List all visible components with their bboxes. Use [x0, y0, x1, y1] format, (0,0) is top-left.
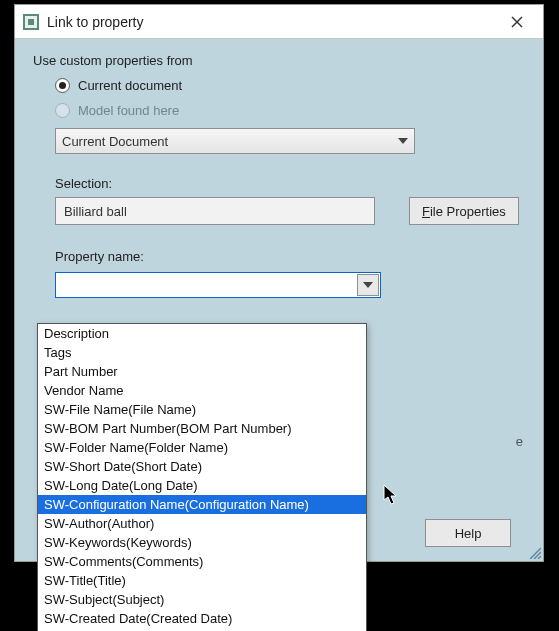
- dropdown-item[interactable]: Tags: [38, 343, 366, 362]
- selection-input[interactable]: Billiard ball: [55, 197, 375, 225]
- document-combo-value: Current Document: [62, 134, 168, 149]
- use-custom-label: Use custom properties from: [33, 53, 521, 68]
- dropdown-item[interactable]: SW-Subject(Subject): [38, 590, 366, 609]
- dropdown-item[interactable]: SW-BOM Part Number(BOM Part Number): [38, 419, 366, 438]
- dropdown-item[interactable]: SW-Keywords(Keywords): [38, 533, 366, 552]
- radio-icon: [55, 78, 70, 93]
- help-label: Help: [455, 526, 482, 541]
- obscured-text: e: [516, 434, 523, 449]
- radio-icon: [55, 103, 70, 118]
- resize-grip[interactable]: [527, 545, 541, 559]
- selection-label: Selection:: [55, 176, 521, 191]
- help-button[interactable]: Help: [425, 519, 511, 547]
- selection-value: Billiard ball: [64, 204, 127, 219]
- titlebar: Link to property: [15, 5, 543, 39]
- radio-current-document[interactable]: Current document: [55, 78, 521, 93]
- svg-marker-2: [398, 138, 408, 144]
- chevron-down-icon: [398, 138, 408, 144]
- dropdown-item[interactable]: SW-Folder Name(Folder Name): [38, 438, 366, 457]
- dropdown-item[interactable]: SW-Created Date(Created Date): [38, 609, 366, 628]
- dropdown-item[interactable]: Vendor Name: [38, 381, 366, 400]
- property-combo-dropbutton[interactable]: [357, 274, 379, 296]
- dropdown-item[interactable]: Description: [38, 324, 366, 343]
- dropdown-item[interactable]: SW-Configuration Name(Configuration Name…: [38, 495, 366, 514]
- property-name-label: Property name:: [55, 249, 521, 264]
- dropdown-item[interactable]: SW-Long Date(Long Date): [38, 476, 366, 495]
- window-title: Link to property: [47, 14, 497, 30]
- source-radio-group: Current document Model found here: [33, 78, 521, 118]
- app-icon: [23, 14, 39, 30]
- property-name-combo[interactable]: [55, 272, 381, 298]
- close-icon: [511, 16, 523, 28]
- file-properties-button[interactable]: File Properties: [409, 197, 519, 225]
- dropdown-item[interactable]: SW-Short Date(Short Date): [38, 457, 366, 476]
- dropdown-item[interactable]: SW-Comments(Comments): [38, 552, 366, 571]
- close-button[interactable]: [497, 8, 537, 36]
- file-properties-accesskey: F: [422, 204, 430, 219]
- radio-model-found-here[interactable]: Model found here: [55, 103, 521, 118]
- dropdown-item[interactable]: SW-Title(Title): [38, 571, 366, 590]
- svg-line-6: [538, 556, 541, 559]
- client-area: Use custom properties from Current docum…: [15, 39, 543, 298]
- radio-current-label: Current document: [78, 78, 182, 93]
- selection-row: Billiard ball File Properties: [33, 197, 521, 225]
- radio-model-label: Model found here: [78, 103, 179, 118]
- svg-marker-3: [363, 282, 373, 288]
- dropdown-item[interactable]: SW-File Name(File Name): [38, 400, 366, 419]
- document-combo[interactable]: Current Document: [55, 128, 415, 154]
- property-dropdown-list[interactable]: DescriptionTagsPart NumberVendor NameSW-…: [37, 323, 367, 631]
- file-properties-label: ile Properties: [430, 204, 506, 219]
- dropdown-item[interactable]: SW-Author(Author): [38, 514, 366, 533]
- chevron-down-icon: [363, 282, 373, 288]
- dropdown-item[interactable]: Part Number: [38, 362, 366, 381]
